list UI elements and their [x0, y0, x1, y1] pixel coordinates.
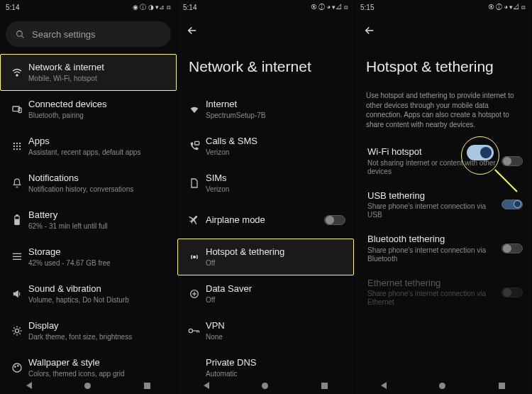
status-time: 5:14: [183, 4, 196, 11]
wifi-icon: [183, 104, 206, 115]
status-icons: ⦿ ⓘ ◑ ▾⊿ ⧈: [488, 4, 526, 11]
row-sub: Off: [206, 259, 345, 268]
svg-point-20: [15, 329, 18, 332]
row-label: Ethernet tethering: [367, 278, 499, 289]
row-sub: Share phone's internet connection via Bl…: [367, 246, 499, 263]
svg-point-37: [189, 329, 192, 332]
row-sub: Off: [206, 296, 345, 305]
row-vpn[interactable]: VPN None: [177, 312, 354, 349]
search-icon: [16, 30, 25, 39]
row-sub: Not sharing internet or content with oth…: [367, 159, 499, 176]
status-time: 5:14: [6, 4, 19, 11]
svg-point-11: [13, 148, 15, 150]
row-calls-sms[interactable]: Calls & SMS Verizon: [177, 128, 354, 165]
row-sims[interactable]: SIMs Verizon: [177, 165, 354, 202]
page-title: Hotspot & tethering: [355, 40, 531, 91]
svg-point-5: [13, 143, 15, 144]
row-label: Calls & SMS: [206, 136, 345, 147]
row-label: Connected devices: [28, 99, 168, 110]
svg-line-1: [21, 35, 23, 38]
row-apps[interactable]: Apps Assistant, recent apps, default app…: [0, 128, 177, 165]
svg-rect-32: [195, 141, 199, 145]
row-network-internet[interactable]: Network & internet Mobile, Wi-Fi, hotspo…: [0, 54, 177, 91]
row-sub: Assistant, recent apps, default apps: [28, 148, 168, 157]
row-internet[interactable]: Internet SpectrumSetup-7B: [177, 91, 354, 128]
row-label: VPN: [206, 320, 345, 332]
svg-line-28: [19, 327, 20, 328]
row-label: Bluetooth tethering: [367, 234, 499, 245]
sim-icon: [183, 177, 206, 189]
usb-tethering-toggle[interactable]: [501, 199, 523, 209]
status-bar: 5:14 ⦿ ⓘ ◑ ▾⊿ ⧈: [177, 0, 354, 14]
nav-home-icon[interactable]: [84, 383, 91, 389]
row-label: Battery: [28, 209, 168, 221]
search-settings-input[interactable]: Search settings: [6, 21, 171, 47]
row-sub: Share phone's internet connection via Et…: [367, 290, 499, 307]
storage-icon: [6, 252, 28, 262]
nav-recents-icon[interactable]: [144, 383, 150, 389]
row-label: Notifications: [28, 173, 168, 184]
row-connected-devices[interactable]: Connected devices Bluetooth, pairing: [0, 91, 177, 128]
back-button[interactable]: [177, 14, 354, 40]
row-storage[interactable]: Storage 42% used - 74.67 GB free: [0, 239, 177, 275]
nav-back-icon[interactable]: [26, 382, 32, 389]
airplane-toggle[interactable]: [324, 215, 345, 225]
nav-recents-icon[interactable]: [321, 383, 328, 389]
nav-bar: [0, 377, 177, 394]
row-sound-vibration[interactable]: Sound & vibration Volume, haptics, Do No…: [0, 275, 177, 312]
back-button[interactable]: [355, 14, 531, 40]
svg-point-8: [13, 146, 15, 147]
screen-hotspot-tethering: 5:15 ⦿ ⓘ ◑ ▾⊿ ⧈ Hotspot & tethering Use …: [355, 0, 532, 394]
status-time: 5:15: [360, 4, 374, 11]
svg-rect-15: [16, 215, 18, 217]
palette-icon: [6, 362, 28, 373]
svg-line-27: [13, 333, 14, 334]
nav-back-icon[interactable]: [381, 382, 387, 389]
data-saver-icon: [183, 288, 206, 300]
annotation-toggle-icon: [467, 145, 494, 160]
row-sub: None: [206, 333, 345, 341]
bluetooth-tethering-toggle[interactable]: [501, 243, 523, 253]
nav-home-icon[interactable]: [262, 383, 268, 389]
nav-recents-icon[interactable]: [499, 383, 505, 389]
airplane-icon: [183, 214, 206, 226]
row-hotspot-tethering[interactable]: Hotspot & tethering Off: [177, 239, 354, 275]
row-airplane-mode[interactable]: Airplane mode: [177, 202, 354, 239]
row-label: SIMs: [206, 173, 345, 184]
screen-settings-root: 5:14 ◉ ⓘ ◑ ▾⊿ ⧈ Search settings Network …: [0, 0, 177, 394]
row-label: Display: [28, 320, 168, 332]
svg-point-6: [16, 143, 18, 144]
wifi-icon: [6, 67, 28, 78]
hotspot-icon: [183, 251, 206, 263]
row-display[interactable]: Display Dark theme, font size, brightnes…: [0, 312, 177, 349]
svg-point-12: [16, 148, 18, 150]
nav-back-icon[interactable]: [204, 382, 209, 389]
vpn-key-icon: [183, 327, 206, 335]
svg-rect-16: [16, 219, 19, 224]
row-bluetooth-tethering[interactable]: Bluetooth tethering Share phone's intern…: [358, 226, 531, 270]
row-sub: 42% used - 74.67 GB free: [28, 259, 168, 268]
svg-line-26: [19, 333, 20, 334]
wifi-hotspot-toggle[interactable]: [501, 156, 523, 166]
row-usb-tethering[interactable]: USB tethering Share phone's internet con…: [358, 183, 531, 227]
row-notifications[interactable]: Notifications Notification history, conv…: [0, 165, 177, 202]
row-label: Network & internet: [28, 62, 168, 73]
row-label: Internet: [206, 99, 345, 110]
devices-icon: [6, 104, 28, 115]
svg-point-31: [18, 366, 18, 366]
svg-point-10: [19, 146, 21, 147]
row-label: Hotspot & tethering: [206, 246, 345, 258]
svg-point-33: [194, 256, 196, 258]
row-wifi-hotspot[interactable]: Wi-Fi hotspot Not sharing internet or co…: [358, 139, 531, 183]
svg-point-7: [19, 143, 21, 144]
row-sub: Verizon: [206, 148, 345, 157]
row-sub: Bluetooth, pairing: [28, 111, 168, 120]
row-battery[interactable]: Battery 62% - 31 min left until full: [0, 202, 177, 239]
status-bar: 5:14 ◉ ⓘ ◑ ▾⊿ ⧈: [0, 0, 177, 14]
apps-icon: [6, 141, 28, 151]
nav-home-icon[interactable]: [439, 383, 445, 389]
row-data-saver[interactable]: Data Saver Off: [177, 275, 354, 312]
bell-icon: [6, 178, 28, 188]
help-text: Use hotspot and tethering to provide int…: [355, 91, 531, 139]
nav-bar: [355, 377, 531, 394]
